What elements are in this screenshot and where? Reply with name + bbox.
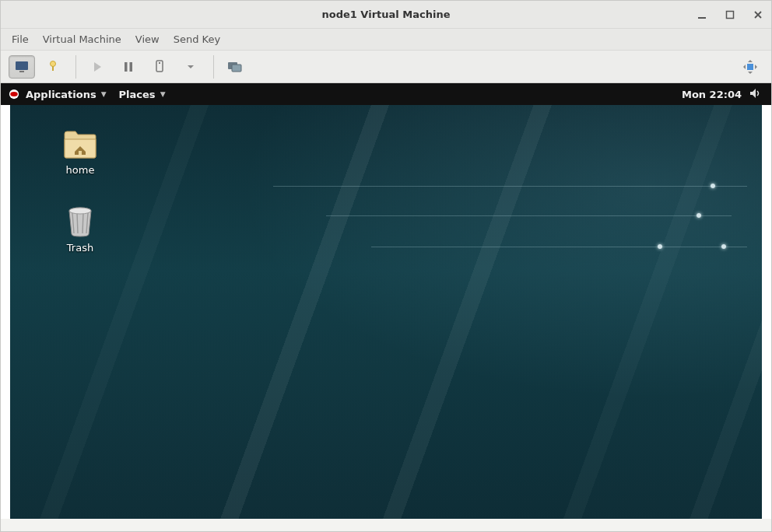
svg-rect-3 <box>19 71 24 72</box>
desktop-icon-trash[interactable]: Trash <box>49 206 111 254</box>
minimize-button[interactable] <box>693 6 711 23</box>
guest-display[interactable]: Applications ▼ Places ▼ Mon 22:04 <box>1 83 771 531</box>
vm-window: node1 Virtual Machine File Virtual Machi… <box>0 0 772 532</box>
decor-dot <box>711 184 715 188</box>
window-title: node1 Virtual Machine <box>1 9 771 20</box>
decor-dot <box>721 244 726 249</box>
decor-line <box>273 186 747 187</box>
trash-icon <box>62 206 98 237</box>
svg-point-14 <box>10 92 18 96</box>
decor-line <box>371 247 747 247</box>
close-button[interactable] <box>749 6 767 23</box>
chevron-down-icon: ▼ <box>160 90 166 98</box>
menu-send-key[interactable]: Send Key <box>174 33 220 45</box>
svg-rect-2 <box>16 61 28 70</box>
desktop-icon-label: home <box>49 164 111 176</box>
svg-rect-7 <box>130 62 133 72</box>
svg-rect-12 <box>747 64 753 70</box>
titlebar: node1 Virtual Machine <box>1 1 771 29</box>
menu-file[interactable]: File <box>12 33 29 45</box>
decor-dot <box>658 244 662 249</box>
svg-rect-9 <box>159 62 160 64</box>
places-label: Places <box>119 89 156 100</box>
svg-rect-11 <box>232 65 241 72</box>
toolbar <box>1 51 771 83</box>
svg-point-4 <box>51 61 56 66</box>
guest-top-panel: Applications ▼ Places ▼ Mon 22:04 <box>1 83 771 105</box>
svg-rect-5 <box>52 66 54 71</box>
places-menu[interactable]: Places ▼ <box>113 89 172 100</box>
distro-logo-icon <box>9 89 19 100</box>
desktop-icon-label: Trash <box>49 242 111 254</box>
svg-rect-1 <box>727 11 734 18</box>
run-button[interactable] <box>84 55 111 79</box>
chevron-down-icon: ▼ <box>101 90 107 98</box>
desktop-icon-home[interactable]: home <box>49 128 111 176</box>
menu-virtual-machine[interactable]: Virtual Machine <box>43 33 121 45</box>
pause-button[interactable] <box>115 55 142 79</box>
decor-line <box>326 215 732 216</box>
applications-label: Applications <box>26 89 96 100</box>
details-button[interactable] <box>40 55 66 79</box>
shutdown-button[interactable] <box>146 55 173 79</box>
snapshots-button[interactable] <box>222 55 248 79</box>
window-controls <box>693 6 767 23</box>
folder-home-icon <box>62 128 98 159</box>
menubar: File Virtual Machine View Send Key <box>1 29 771 51</box>
maximize-button[interactable] <box>721 6 739 23</box>
decor-dot <box>697 213 701 218</box>
fullscreen-button[interactable] <box>737 55 763 79</box>
svg-rect-6 <box>125 62 128 72</box>
svg-rect-0 <box>698 17 706 19</box>
svg-rect-15 <box>79 151 82 155</box>
panel-clock[interactable]: Mon 22:04 <box>682 89 748 100</box>
volume-icon[interactable] <box>748 88 763 101</box>
applications-menu[interactable]: Applications ▼ <box>19 89 113 100</box>
console-button[interactable] <box>9 55 35 79</box>
shutdown-dropdown[interactable] <box>177 55 204 79</box>
svg-point-17 <box>69 208 91 214</box>
guest-bottom-strip <box>1 519 771 531</box>
guest-desktop[interactable]: home Trash <box>10 105 762 519</box>
menu-view[interactable]: View <box>135 33 160 45</box>
